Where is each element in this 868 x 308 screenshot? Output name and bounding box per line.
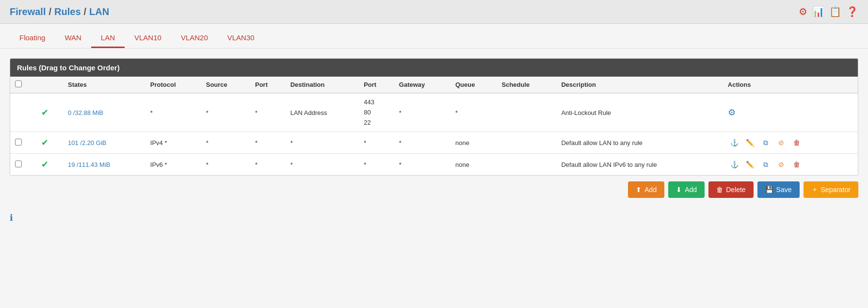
col-states: States bbox=[63, 77, 145, 93]
col-queue: Queue bbox=[450, 77, 497, 93]
select-all-checkbox[interactable] bbox=[15, 81, 22, 87]
row1-checkbox-cell bbox=[10, 93, 36, 132]
add-up-button[interactable]: ⬆ Add bbox=[628, 181, 664, 198]
row2-gateway-cell: * bbox=[394, 132, 450, 154]
row2-copy-icon[interactable]: ⧉ bbox=[759, 136, 772, 149]
row2-states-cell: 101 /2.20 GiB bbox=[63, 132, 145, 154]
row3-source-port-cell: * bbox=[250, 154, 286, 176]
add-down-button[interactable]: ⬇ Add bbox=[668, 181, 705, 198]
row2-checkbox-cell bbox=[10, 132, 36, 154]
header-icons: ⚙ 📊 📋 ❓ bbox=[799, 6, 858, 17]
row1-source-port-cell: * bbox=[250, 93, 286, 132]
rules-table-container: Rules (Drag to Change Order) States Prot… bbox=[10, 58, 858, 176]
row1-states-link[interactable]: 0 /32.88 MiB bbox=[68, 109, 103, 116]
row3-actions-group: ⚓ ✏️ ⧉ ⊘ 🗑 bbox=[728, 158, 853, 171]
separator-button[interactable]: ＋ Separator bbox=[804, 181, 858, 198]
row1-protocol-cell: * bbox=[145, 93, 201, 132]
footer-buttons: ⬆ Add ⬇ Add 🗑 Delete 💾 Save ＋ Separator bbox=[10, 176, 858, 198]
col-actions: Actions bbox=[723, 77, 858, 93]
row2-source-cell: * bbox=[201, 132, 250, 154]
row3-enabled-icon: ✔ bbox=[41, 160, 48, 169]
col-source-port: Port bbox=[250, 77, 286, 93]
tab-bar: Floating WAN LAN VLAN10 VLAN20 VLAN30 bbox=[0, 24, 868, 49]
row3-description-cell: Default allow LAN IPv6 to any rule bbox=[556, 154, 723, 176]
col-dest-port: Port bbox=[359, 77, 394, 93]
row1-queue-cell: * bbox=[450, 93, 497, 132]
row2-actions-group: ⚓ ✏️ ⧉ ⊘ 🗑 bbox=[728, 136, 853, 149]
table-header-row: States Protocol Source Port Destination … bbox=[10, 77, 858, 93]
row2-destination-cell: * bbox=[286, 132, 359, 154]
row2-queue-cell: none bbox=[450, 132, 497, 154]
tab-floating[interactable]: Floating bbox=[10, 30, 55, 48]
row3-protocol-cell: IPv6 * bbox=[145, 154, 201, 176]
row2-enabled-cell: ✔ bbox=[36, 132, 63, 154]
save-icon: 💾 bbox=[765, 186, 773, 194]
save-label: Save bbox=[776, 186, 792, 194]
help-icon[interactable]: ❓ bbox=[846, 6, 858, 17]
row3-destination-cell: * bbox=[286, 154, 359, 176]
rules-table: States Protocol Source Port Destination … bbox=[10, 77, 858, 175]
row1-destination-cell: LAN Address bbox=[286, 93, 359, 132]
breadcrumb-lan: LAN bbox=[89, 6, 109, 17]
row1-description-cell: Anti-Lockout Rule bbox=[556, 93, 723, 132]
row3-delete-icon[interactable]: 🗑 bbox=[790, 158, 804, 171]
row3-copy-icon[interactable]: ⧉ bbox=[759, 158, 772, 171]
row2-anchor-icon[interactable]: ⚓ bbox=[728, 136, 741, 149]
add-down-label: Add bbox=[685, 186, 697, 194]
breadcrumb-firewall[interactable]: Firewall bbox=[10, 6, 46, 17]
sliders-icon[interactable]: ⚙ bbox=[799, 6, 807, 17]
row3-anchor-icon[interactable]: ⚓ bbox=[728, 158, 741, 171]
row3-states-link[interactable]: 19 /111.43 MiB bbox=[68, 161, 110, 168]
row3-edit-icon[interactable]: ✏️ bbox=[743, 158, 757, 171]
row1-actions-cell: ⚙ bbox=[723, 93, 858, 132]
row1-gear-icon[interactable]: ⚙ bbox=[728, 107, 736, 118]
col-description: Description bbox=[556, 77, 723, 93]
add-down-icon: ⬇ bbox=[676, 186, 682, 194]
row2-actions-cell: ⚓ ✏️ ⧉ ⊘ 🗑 bbox=[723, 132, 858, 154]
breadcrumb-rules[interactable]: Rules bbox=[54, 6, 80, 17]
table-row: ✔ 19 /111.43 MiB IPv6 * * * * * * none D… bbox=[10, 154, 858, 176]
col-schedule: Schedule bbox=[497, 77, 557, 93]
delete-icon: 🗑 bbox=[716, 186, 723, 194]
bar-chart-icon[interactable]: 📊 bbox=[812, 6, 824, 17]
breadcrumb: Firewall / Rules / LAN bbox=[10, 6, 109, 17]
save-button[interactable]: 💾 Save bbox=[757, 181, 800, 198]
row2-edit-icon[interactable]: ✏️ bbox=[743, 136, 757, 149]
add-up-label: Add bbox=[644, 186, 657, 194]
bottom-info: ℹ bbox=[0, 208, 868, 228]
breadcrumb-sep-1: / bbox=[48, 6, 51, 17]
table-row: ✔ 0 /32.88 MiB * * * LAN Address 4438022… bbox=[10, 93, 858, 132]
tab-vlan10[interactable]: VLAN10 bbox=[125, 30, 171, 48]
table-title: Rules (Drag to Change Order) bbox=[10, 59, 858, 77]
separator-label: Separator bbox=[821, 186, 851, 194]
tab-vlan30[interactable]: VLAN30 bbox=[218, 30, 264, 48]
row2-checkbox[interactable] bbox=[15, 139, 22, 146]
tab-wan[interactable]: WAN bbox=[55, 30, 91, 48]
row3-schedule-cell bbox=[497, 154, 557, 176]
row3-states-cell: 19 /111.43 MiB bbox=[63, 154, 145, 176]
row3-actions-cell: ⚓ ✏️ ⧉ ⊘ 🗑 bbox=[723, 154, 858, 176]
row2-delete-icon[interactable]: 🗑 bbox=[790, 136, 804, 149]
col-destination: Destination bbox=[286, 77, 359, 93]
row3-checkbox[interactable] bbox=[15, 161, 22, 167]
row1-enabled-cell: ✔ bbox=[36, 93, 63, 132]
row1-dest-port-cell: 4438022 bbox=[359, 93, 394, 132]
delete-button[interactable]: 🗑 Delete bbox=[708, 181, 753, 198]
col-enabled bbox=[36, 77, 63, 93]
row2-description-cell: Default allow LAN to any rule bbox=[556, 132, 723, 154]
row2-dest-port-cell: * bbox=[359, 132, 394, 154]
row2-schedule-cell bbox=[497, 132, 557, 154]
col-source: Source bbox=[201, 77, 250, 93]
row2-states-link[interactable]: 101 /2.20 GiB bbox=[68, 139, 107, 146]
tab-vlan20[interactable]: VLAN20 bbox=[171, 30, 218, 48]
row3-dest-port-cell: * bbox=[359, 154, 394, 176]
row1-schedule-cell bbox=[497, 93, 557, 132]
info-icon: ℹ bbox=[10, 213, 13, 223]
tab-lan[interactable]: LAN bbox=[91, 30, 125, 48]
list-icon[interactable]: 📋 bbox=[829, 6, 841, 17]
add-up-icon: ⬆ bbox=[636, 186, 642, 194]
row2-protocol-cell: IPv4 * bbox=[145, 132, 201, 154]
row3-disable-icon[interactable]: ⊘ bbox=[774, 158, 788, 171]
row1-source-cell: * bbox=[201, 93, 250, 132]
row2-disable-icon[interactable]: ⊘ bbox=[774, 136, 788, 149]
